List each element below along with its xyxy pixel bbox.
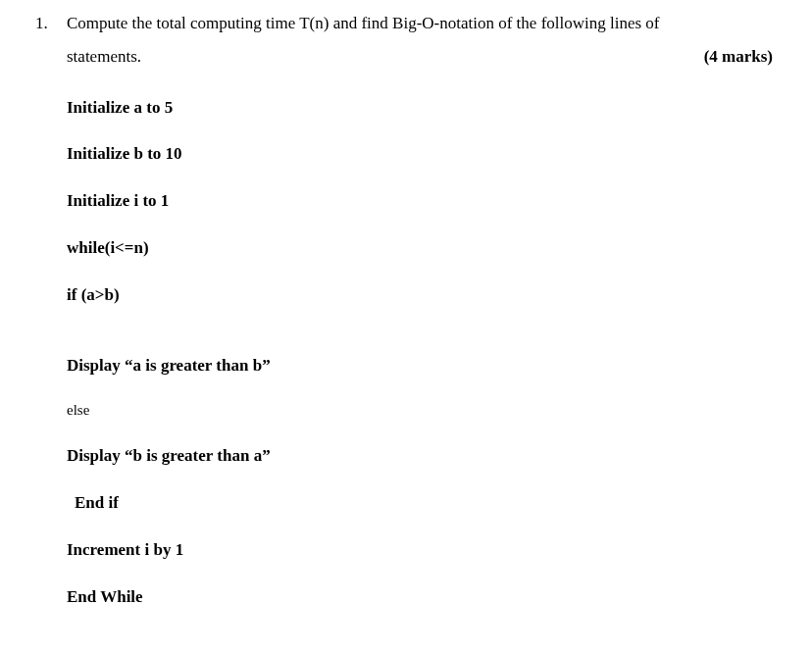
code-line: if (a>b) xyxy=(67,283,773,307)
pseudocode-block: Initialize a to 5 Initialize b to 10 Ini… xyxy=(67,96,773,609)
question-prompt-line2: statements. xyxy=(67,45,141,69)
code-line: while(i<=n) xyxy=(67,236,773,260)
code-line: Initialize b to 10 xyxy=(67,142,773,166)
code-line: Display “a is greater than b” xyxy=(67,354,773,378)
code-line: Initialize i to 1 xyxy=(67,189,773,213)
question-marks: (4 marks) xyxy=(704,45,773,69)
question-prompt-line2-row: statements. (4 marks) xyxy=(67,45,773,69)
code-line: else xyxy=(67,400,773,421)
code-line: End While xyxy=(67,585,773,609)
question-header: 1. Compute the total computing time T(n)… xyxy=(35,12,773,69)
question-text-block: Compute the total computing time T(n) an… xyxy=(67,12,773,69)
code-line: Increment i by 1 xyxy=(67,538,773,562)
question-number: 1. xyxy=(35,12,67,35)
question-prompt-line1: Compute the total computing time T(n) an… xyxy=(67,12,773,35)
code-line: Initialize a to 5 xyxy=(67,96,773,120)
code-line: Display “b is greater than a” xyxy=(67,444,773,468)
code-line: End if xyxy=(67,491,773,515)
